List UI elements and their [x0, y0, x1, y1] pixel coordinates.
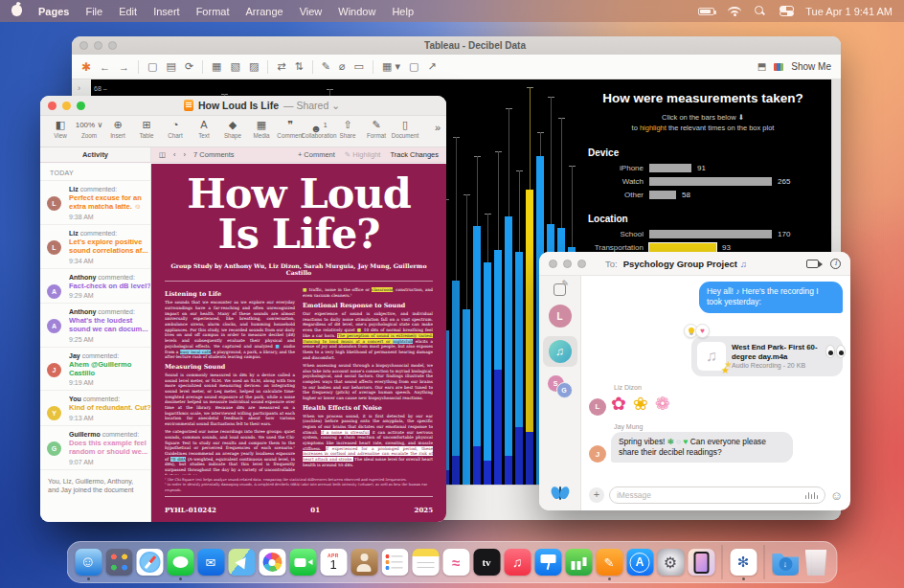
received-message-bubble[interactable]: Spring vibes! ❃ ○ ♥ Can everyone please …: [611, 432, 793, 464]
add-attachment-button[interactable]: +: [589, 487, 604, 503]
flower-emoji-message[interactable]: ✿ ❀ ❁: [611, 393, 670, 416]
emoji-picker-icon[interactable]: ☺: [830, 488, 843, 503]
prev-comment-button[interactable]: ‹: [173, 150, 176, 159]
messages-window-controls[interactable]: [549, 260, 586, 268]
comment-item[interactable]: LLiz commented:Let's explore positive so…: [40, 225, 150, 269]
toolbar-format-button[interactable]: ✎Format: [362, 118, 391, 139]
tableau-tool-icon[interactable]: ▢: [147, 60, 157, 73]
presentation-icon[interactable]: ⬒: [757, 61, 766, 72]
bar[interactable]: [452, 281, 460, 485]
dock-item-launchpad[interactable]: [105, 549, 133, 576]
menu-clock[interactable]: Tue Apr 1 9:41 AM: [805, 6, 893, 17]
dock-item-tableau[interactable]: ✻: [730, 549, 757, 576]
bar[interactable]: [649, 243, 716, 252]
dock-item-appstore[interactable]: A: [626, 549, 654, 576]
control-center-icon[interactable]: [780, 6, 792, 16]
zoom-button[interactable]: [108, 41, 117, 50]
toolbar-shape-button[interactable]: ◆Shape: [218, 118, 247, 139]
messages-icon[interactable]: [167, 549, 193, 576]
reminders-icon[interactable]: [381, 549, 408, 576]
dock-item-tv[interactable]: tv: [473, 549, 501, 576]
tableau-tool-icon[interactable]: ▦: [212, 60, 221, 73]
comment-text[interactable]: Perfect excuse for an extra matcha latte…: [69, 193, 151, 212]
spotlight-search-icon[interactable]: [755, 6, 766, 17]
minimize-button[interactable]: [62, 102, 71, 110]
dock-item-maps[interactable]: [228, 549, 256, 576]
dock-item-pages[interactable]: ✎: [596, 549, 623, 576]
tableau-tool-icon[interactable]: ▭: [354, 60, 364, 73]
iphone-icon[interactable]: [688, 549, 714, 576]
mail-icon[interactable]: ✉: [197, 549, 224, 576]
battery-icon[interactable]: [698, 8, 714, 15]
launchpad-icon[interactable]: [105, 549, 132, 576]
dock-item-notes[interactable]: [412, 549, 440, 576]
bar-row[interactable]: Transportation93: [575, 243, 831, 253]
boxplot-bar[interactable]: [514, 79, 525, 485]
numbers-icon[interactable]: [565, 549, 592, 576]
tableau-window-controls[interactable]: [79, 41, 117, 50]
menu-item-view[interactable]: View: [300, 6, 323, 17]
bar[interactable]: [484, 262, 491, 485]
comment-text[interactable]: Does this example feel random or should …: [69, 439, 151, 457]
document-page[interactable]: How Loud Is Life? Group Study by Anthony…: [151, 164, 446, 522]
maps-icon[interactable]: [228, 549, 255, 576]
menu-item-file[interactable]: File: [85, 6, 102, 17]
messages-window[interactable]: To: Psychology Group Project ♫ i L ♫ SG …: [539, 252, 850, 510]
settings-icon[interactable]: ⚙: [657, 549, 684, 576]
toolbar-share-button[interactable]: ⇧Share: [333, 118, 362, 139]
toolbar-media-button[interactable]: ▦Media: [247, 118, 276, 139]
audio-attachment-bubble[interactable]: ♫ West End Park- First 60-degree day.m4a…: [691, 336, 843, 376]
show-me-button[interactable]: ⬒ Show Me: [757, 61, 831, 72]
facetime-video-button[interactable]: [806, 260, 819, 268]
bar-row[interactable]: School170: [575, 230, 831, 239]
tableau-titlebar[interactable]: Tableau - Decibel Data: [72, 36, 841, 55]
dock-item-reminders[interactable]: [381, 549, 409, 576]
close-button[interactable]: [549, 260, 557, 268]
bar[interactable]: [649, 191, 676, 199]
dock-item-safari[interactable]: [136, 549, 164, 576]
dock-item-freeform[interactable]: ≈: [442, 549, 470, 576]
expand-pane-icon[interactable]: ›: [78, 83, 80, 93]
dock-item-messages[interactable]: [167, 549, 194, 576]
dock-item-keynote[interactable]: [534, 549, 562, 576]
bar[interactable]: [463, 309, 470, 485]
tableau-tool-icon[interactable]: ⇄: [277, 60, 285, 73]
pages-icon[interactable]: ✎: [596, 549, 622, 576]
comment-text[interactable]: Let's explore positive sound correlation…: [69, 237, 151, 256]
add-comment-button[interactable]: + Comment: [298, 150, 335, 159]
dock-item-contacts[interactable]: [350, 549, 378, 576]
tableau-tool-icon[interactable]: ⟳: [185, 60, 193, 73]
tableau-icon[interactable]: ✻: [730, 549, 757, 576]
message-input-row[interactable]: + iMessage ☺: [589, 486, 843, 504]
app-menu-pages[interactable]: Pages: [38, 6, 69, 17]
zoom-button[interactable]: [577, 260, 586, 268]
tableau-tool-icon[interactable]: ⇅: [295, 60, 304, 73]
pages-window[interactable]: How Loud Is Life — Shared ⌄ ◧View100% ∨Z…: [40, 96, 446, 522]
dock-item-numbers[interactable]: [565, 549, 593, 576]
dock-item-trash[interactable]: [802, 549, 830, 576]
bar-row[interactable]: Watch265: [575, 177, 831, 187]
bar[interactable]: [505, 216, 512, 485]
menu-item-insert[interactable]: Insert: [153, 6, 180, 17]
track-changes-button[interactable]: Track Changes: [390, 150, 439, 159]
sent-message-bubble[interactable]: Hey all! ♪ Here's the recording I took y…: [699, 282, 843, 313]
heart-tapback-icon[interactable]: ♥: [695, 324, 710, 338]
conversation-avatar-pair[interactable]: SG: [548, 375, 573, 398]
info-button[interactable]: i: [830, 259, 841, 269]
bar-row[interactable]: Other58: [575, 191, 831, 200]
boxplot-bar[interactable]: [525, 79, 535, 485]
tableau-tool-icon[interactable]: ▦ ▾: [382, 60, 400, 73]
close-button[interactable]: [79, 41, 88, 50]
calendar-icon[interactable]: APR1: [320, 549, 347, 576]
toolbar-more-button[interactable]: »: [435, 118, 441, 133]
bar-row[interactable]: iPhone91: [575, 164, 831, 173]
menu-item-help[interactable]: Help: [392, 6, 414, 17]
comment-item[interactable]: AAnthony commented:What's the loudest so…: [40, 304, 150, 348]
dock-item-finder[interactable]: ☺: [75, 549, 102, 576]
group-music-avatar[interactable]: ♫: [549, 340, 572, 363]
comment-text[interactable]: What's the loudest sound we can docum...: [69, 316, 151, 334]
zoom-button[interactable]: [77, 102, 85, 110]
freeform-icon[interactable]: ≈: [442, 549, 469, 576]
downloads-icon[interactable]: ↓: [772, 549, 799, 576]
toolbar-table-button[interactable]: ⊞Table: [132, 118, 161, 139]
